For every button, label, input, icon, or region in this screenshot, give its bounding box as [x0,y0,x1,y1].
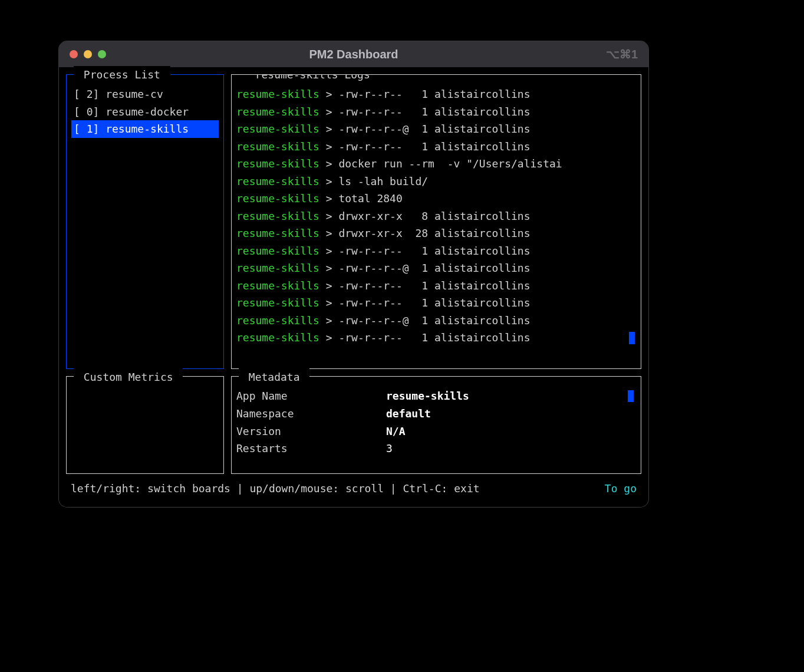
log-line: resume-skills > ls -lah build/ [236,173,636,190]
metadata-cursor-icon [628,390,634,403]
log-process-name: resume-skills [236,297,319,309]
metadata-title: Metadata [239,368,309,386]
log-process-name: resume-skills [236,140,319,153]
log-line-body: -rw-r--r-- 1 alistaircollins [338,106,530,118]
terminal-content: Process List [ 2] resume-cv[ 0] resume-d… [59,67,648,507]
maximize-icon[interactable] [98,50,106,58]
log-process-name: resume-skills [236,88,319,100]
log-line-body: drwxr-xr-x 8 alistaircollins [338,210,530,222]
log-process-name: resume-skills [236,123,319,135]
log-line: resume-skills > -rw-r--r-- 1 alistaircol… [236,277,636,295]
footer-help-text: left/right: switch boards | up/down/mous… [71,480,480,498]
metadata-row: Namespacedefault [236,405,636,423]
process-list-panel: Process List [ 2] resume-cv[ 0] resume-d… [66,74,224,369]
log-process-name: resume-skills [236,106,319,118]
window-title: PM2 Dashboard [59,48,648,61]
log-line-body: -rw-r--r-- 1 alistaircollins [338,331,530,344]
custom-metrics-panel: Custom Metrics [66,376,224,474]
log-line-body: -rw-r--r--@ 1 alistaircollins [338,262,530,274]
log-process-name: resume-skills [236,210,319,222]
log-process-name: resume-skills [236,262,319,274]
footer: left/right: switch boards | up/down/mous… [66,474,641,500]
traffic-lights [70,50,106,58]
log-line: resume-skills > -rw-r--r--@ 1 alistairco… [236,312,636,330]
log-line-body: docker run --rm -v "/Users/alistai [338,157,562,170]
log-line-body: -rw-r--r-- 1 alistaircollins [338,245,530,257]
log-line-body: -rw-r--r-- 1 alistaircollins [338,279,530,292]
log-process-name: resume-skills [236,192,319,205]
log-process-name: resume-skills [236,245,319,257]
log-line-body: -rw-r--r-- 1 alistaircollins [338,140,530,153]
log-line: resume-skills > drwxr-xr-x 28 alistairco… [236,225,636,242]
log-process-name: resume-skills [236,175,319,187]
custom-metrics-title: Custom Metrics [74,368,183,386]
metadata-value: 3 [386,440,393,457]
log-line-body: drwxr-xr-x 28 alistaircollins [338,227,530,239]
log-line-body: ls -lah build/ [338,175,428,187]
log-line: resume-skills > -rw-r--r-- 1 alistaircol… [236,103,636,121]
log-line-body: -rw-r--r--@ 1 alistaircollins [338,123,530,135]
log-process-name: resume-skills [236,314,319,327]
minimize-icon[interactable] [84,50,92,58]
logs-cursor-icon [629,332,635,344]
log-process-name: resume-skills [236,279,319,292]
metadata-key: Restarts [236,440,386,457]
titlebar[interactable]: PM2 Dashboard ⌥⌘1 [59,41,648,67]
metadata-row: Restarts3 [236,440,636,457]
process-item-resume-skills[interactable]: [ 1] resume-skills [71,120,219,138]
process-list-title: Process List [74,66,170,84]
process-item-resume-docker[interactable]: [ 0] resume-docker [71,103,219,121]
metadata-value: resume-skills [386,387,469,405]
log-line: resume-skills > -rw-r--r-- 1 alistaircol… [236,242,636,260]
metadata-panel: Metadata App Nameresume-skillsNamespaced… [231,376,641,474]
log-line: resume-skills > total 2840 [236,190,636,207]
metadata-value: N/A [386,423,406,440]
metadata-key: Namespace [236,405,386,423]
log-line: resume-skills > -rw-r--r-- 1 alistaircol… [236,329,636,347]
log-line: resume-skills > drwxr-xr-x 8 alistaircol… [236,207,636,225]
logs-panel[interactable]: resume-skills Logs resume-skills > -rw-r… [231,74,641,369]
log-line-body: total 2840 [338,192,402,205]
metadata-key: App Name [236,387,386,405]
log-process-name: resume-skills [236,331,319,344]
terminal-window: PM2 Dashboard ⌥⌘1 Process List [ 2] resu… [59,41,648,507]
metadata-row: VersionN/A [236,423,636,440]
log-line: resume-skills > -rw-r--r--@ 1 alistairco… [236,259,636,277]
log-process-name: resume-skills [236,157,319,170]
metadata-key: Version [236,423,386,440]
log-line: resume-skills > -rw-r--r--@ 1 alistairco… [236,120,636,138]
log-line-body: -rw-r--r--@ 1 alistaircollins [338,314,530,327]
close-icon[interactable] [70,50,78,58]
log-line-body: -rw-r--r-- 1 alistaircollins [338,297,530,309]
log-line: resume-skills > -rw-r--r-- 1 alistaircol… [236,294,636,312]
log-line-body: -rw-r--r-- 1 alistaircollins [338,88,530,100]
window-shortcut-hint: ⌥⌘1 [606,47,638,61]
log-line: resume-skills > -rw-r--r-- 1 alistaircol… [236,138,636,156]
metadata-value: default [386,405,431,423]
process-item-resume-cv[interactable]: [ 2] resume-cv [71,85,219,103]
metadata-row: App Nameresume-skills [236,387,636,405]
footer-status: To go [605,480,637,498]
log-line: resume-skills > docker run --rm -v "/Use… [236,155,636,173]
log-process-name: resume-skills [236,227,319,239]
log-line: resume-skills > -rw-r--r-- 1 alistaircol… [236,85,636,103]
